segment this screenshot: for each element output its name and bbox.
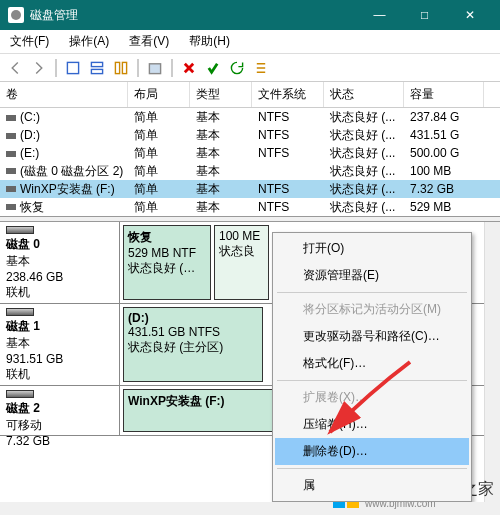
ctx-mark-active: 将分区标记为活动分区(M) [275,296,469,323]
maximize-button[interactable]: □ [402,0,447,30]
menu-view[interactable]: 查看(V) [125,31,173,52]
partition-block[interactable]: 恢复529 MB NTF状态良好 (… [123,225,211,300]
disk-label[interactable]: 磁盘 1基本931.51 GB联机 [0,304,120,385]
volume-row[interactable]: WinXP安装盘 (F:)简单基本NTFS状态良好 (...7.32 GB [0,180,500,198]
app-icon [8,7,24,23]
separator [171,59,173,77]
col-type[interactable]: 类型 [190,82,252,107]
minimize-button[interactable]: — [357,0,402,30]
action-check[interactable] [202,57,224,79]
partition-block[interactable]: (D:)431.51 GB NTFS状态良好 (主分区) [123,307,263,382]
toolbar [0,54,500,82]
ctx-change-letter[interactable]: 更改驱动器号和路径(C)… [275,323,469,350]
separator [277,468,467,469]
disk-label[interactable]: 磁盘 2可移动7.32 GB [0,386,120,435]
ctx-explorer[interactable]: 资源管理器(E) [275,262,469,289]
back-button[interactable] [4,57,26,79]
action-red-x[interactable] [178,57,200,79]
disk-graphical-view: 磁盘 0基本238.46 GB联机恢复529 MB NTF状态良好 (…100 … [0,222,500,502]
volume-row[interactable]: (E:)简单基本NTFS状态良好 (...500.00 G [0,144,500,162]
col-volume[interactable]: 卷 [0,82,128,107]
partition-block[interactable]: 100 ME状态良 [214,225,269,300]
ctx-extend: 扩展卷(X)… [275,384,469,411]
window-buttons: — □ ✕ [357,0,492,30]
menu-action[interactable]: 操作(A) [65,31,113,52]
list-button[interactable] [250,57,272,79]
ctx-delete-volume[interactable]: 删除卷(D)… [275,438,469,465]
disk-label[interactable]: 磁盘 0基本238.46 GB联机 [0,222,120,303]
view-button-3[interactable] [110,57,132,79]
window-title: 磁盘管理 [30,7,357,24]
ctx-properties[interactable]: 属 [275,472,469,499]
view-button-2[interactable] [86,57,108,79]
svg-rect-2 [91,69,102,73]
ctx-format[interactable]: 格式化(F)… [275,350,469,377]
column-headers: 卷 布局 类型 文件系统 状态 容量 [0,82,500,108]
svg-rect-3 [115,62,119,73]
title-bar: 磁盘管理 — □ ✕ [0,0,500,30]
volume-row[interactable]: 恢复简单基本NTFS状态良好 (...529 MB [0,198,500,216]
separator [137,59,139,77]
col-layout[interactable]: 布局 [128,82,190,107]
col-capacity[interactable]: 容量 [404,82,484,107]
separator [277,292,467,293]
separator [55,59,57,77]
svg-rect-5 [149,63,160,73]
svg-rect-1 [91,62,102,66]
svg-rect-0 [67,62,78,73]
volume-row[interactable]: (磁盘 0 磁盘分区 2)简单基本状态良好 (...100 MB [0,162,500,180]
separator [277,380,467,381]
svg-rect-4 [122,62,126,73]
volume-list: 卷 布局 类型 文件系统 状态 容量 (C:)简单基本NTFS状态良好 (...… [0,82,500,216]
partition-block[interactable]: WinXP安装盘 (F:) [123,389,273,432]
volume-row[interactable]: (C:)简单基本NTFS状态良好 (...237.84 G [0,108,500,126]
col-fs[interactable]: 文件系统 [252,82,324,107]
properties-button[interactable] [144,57,166,79]
view-button-1[interactable] [62,57,84,79]
volume-row[interactable]: (D:)简单基本NTFS状态良好 (...431.51 G [0,126,500,144]
menu-file[interactable]: 文件(F) [6,31,53,52]
vertical-scrollbar[interactable] [484,222,500,502]
forward-button[interactable] [28,57,50,79]
close-button[interactable]: ✕ [447,0,492,30]
refresh-button[interactable] [226,57,248,79]
context-menu: 打开(O) 资源管理器(E) 将分区标记为活动分区(M) 更改驱动器号和路径(C… [272,232,472,502]
menu-bar: 文件(F) 操作(A) 查看(V) 帮助(H) [0,30,500,54]
menu-help[interactable]: 帮助(H) [185,31,234,52]
col-status[interactable]: 状态 [324,82,404,107]
ctx-shrink[interactable]: 压缩卷(H)… [275,411,469,438]
ctx-open[interactable]: 打开(O) [275,235,469,262]
